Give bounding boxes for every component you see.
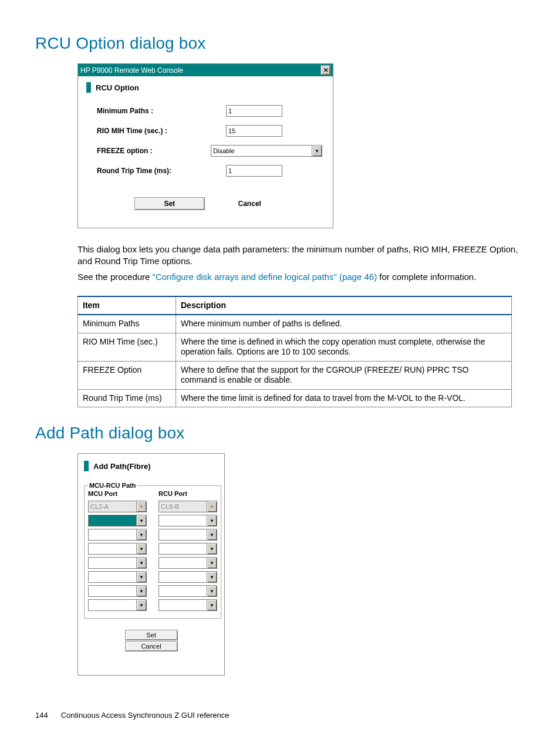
paragraph-intro: This dialog box lets you change data pat… xyxy=(77,244,525,266)
page-footer: 144 Continuous Access Synchronous Z GUI … xyxy=(35,711,525,720)
mcu-port-select-1: CL2-A xyxy=(88,501,147,512)
chevron-down-icon xyxy=(207,586,217,596)
cell-item: FREEZE Option xyxy=(78,361,176,389)
chevron-down-icon xyxy=(207,515,217,526)
rcu-port-select-6[interactable] xyxy=(158,571,217,583)
window-title-text: HP P9000 Remote Web Console xyxy=(80,66,183,75)
col-header-item: Item xyxy=(78,296,176,315)
chevron-down-icon xyxy=(136,544,146,554)
rcu-port-select-7[interactable] xyxy=(158,585,217,597)
rio-mih-input[interactable] xyxy=(226,125,282,137)
close-icon[interactable]: ✕ xyxy=(321,65,330,75)
rcu-port-select-4[interactable] xyxy=(158,543,217,555)
page-number: 144 xyxy=(35,711,59,720)
rcu-port-select-3[interactable] xyxy=(158,529,217,541)
mcu-port-column-label: MCU Port xyxy=(88,490,147,497)
mcu-port-select-2[interactable] xyxy=(88,515,147,526)
select-value: CL2-A xyxy=(89,503,136,510)
set-button[interactable]: Set xyxy=(125,630,178,640)
mcu-rcu-path-fieldset: MCU-RCU Path MCU Port CL2-A RCU Port CL8… xyxy=(84,482,221,619)
panel-heading: RCU Option xyxy=(78,76,333,99)
cell-desc: Where the time is defined in which the c… xyxy=(176,333,512,361)
chevron-down-icon xyxy=(136,586,146,596)
cell-item: Round Trip Time (ms) xyxy=(78,389,176,407)
fieldset-legend: MCU-RCU Path xyxy=(88,482,137,489)
mcu-port-select-5[interactable] xyxy=(88,557,147,569)
cell-desc: Where the time limit is defined for data… xyxy=(176,389,512,407)
minimum-paths-input[interactable] xyxy=(226,105,282,117)
table-row: RIO MIH Time (sec.) Where the time is de… xyxy=(78,333,512,361)
table-row: Minimum Paths Where minimum number of pa… xyxy=(78,315,512,333)
chevron-down-icon xyxy=(136,600,146,610)
chevron-down-icon xyxy=(207,501,217,512)
cell-item: RIO MIH Time (sec.) xyxy=(78,333,176,361)
mcu-port-select-8[interactable] xyxy=(88,599,147,611)
panel-title: Add Path(Fibre) xyxy=(93,462,151,471)
select-value: CL8-B xyxy=(159,503,207,510)
link-configure-disk-arrays[interactable]: "Configure disk arrays and define logica… xyxy=(153,272,377,282)
select-value xyxy=(89,515,136,526)
chevron-down-icon xyxy=(207,544,217,554)
rcu-option-fields-table: Item Description Minimum Paths Where min… xyxy=(77,296,512,408)
rcu-option-dialog: HP P9000 Remote Web Console ✕ RCU Option… xyxy=(77,63,333,228)
mcu-port-select-6[interactable] xyxy=(88,571,147,583)
add-path-dialog: Add Path(Fibre) MCU-RCU Path MCU Port CL… xyxy=(77,453,225,676)
paragraph-seealso: See the procedure "Configure disk arrays… xyxy=(77,271,525,283)
rtt-label: Round Trip Time (ms): xyxy=(97,167,226,175)
cancel-button[interactable]: Cancel xyxy=(125,641,178,652)
window-titlebar: HP P9000 Remote Web Console ✕ xyxy=(78,64,333,76)
mcu-port-select-3[interactable] xyxy=(88,529,147,541)
panel-title: RCU Option xyxy=(96,83,139,92)
rcu-port-select-5[interactable] xyxy=(158,557,217,569)
chapter-title: Continuous Access Synchronous Z GUI refe… xyxy=(61,711,230,720)
col-header-description: Description xyxy=(176,296,512,315)
heading-rcu-option: RCU Option dialog box xyxy=(35,34,525,53)
cancel-button[interactable]: Cancel xyxy=(214,197,285,210)
heading-add-path: Add Path dialog box xyxy=(35,424,525,443)
panel-marker-icon xyxy=(86,82,91,93)
set-button[interactable]: Set xyxy=(134,197,205,210)
mcu-port-select-4[interactable] xyxy=(88,543,147,555)
cell-desc: Where to define that the support for the… xyxy=(176,361,512,389)
chevron-down-icon xyxy=(207,529,217,540)
chevron-down-icon xyxy=(207,558,217,568)
panel-marker-icon xyxy=(84,461,89,471)
chevron-down-icon xyxy=(136,558,146,568)
rcu-port-select-8[interactable] xyxy=(158,599,217,611)
table-row: Round Trip Time (ms) Where the time limi… xyxy=(78,389,512,407)
rio-mih-label: RIO MIH Time (sec.) : xyxy=(97,127,226,135)
chevron-down-icon xyxy=(136,529,146,540)
rcu-port-column-label: RCU Port xyxy=(158,490,217,497)
chevron-down-icon xyxy=(207,600,217,610)
rcu-port-select-1: CL8-B xyxy=(158,501,217,512)
rtt-input[interactable] xyxy=(226,165,282,177)
table-row: FREEZE Option Where to define that the s… xyxy=(78,361,512,389)
cell-item: Minimum Paths xyxy=(78,315,176,333)
text-fragment: See the procedure xyxy=(77,272,153,282)
text-fragment: for complete information. xyxy=(377,272,476,282)
chevron-down-icon xyxy=(136,572,146,582)
cell-desc: Where minimum number of paths is defined… xyxy=(176,315,512,333)
rcu-port-select-2[interactable] xyxy=(158,515,217,526)
mcu-port-select-7[interactable] xyxy=(88,585,147,597)
chevron-down-icon xyxy=(136,515,146,526)
freeze-option-value: Disable xyxy=(213,147,235,154)
minimum-paths-label: Minimum Paths : xyxy=(97,107,226,115)
freeze-option-select[interactable]: Disable xyxy=(211,145,322,157)
chevron-down-icon xyxy=(136,501,146,512)
freeze-option-label: FREEZE option : xyxy=(97,147,211,155)
chevron-down-icon xyxy=(312,146,322,156)
chevron-down-icon xyxy=(207,572,217,582)
